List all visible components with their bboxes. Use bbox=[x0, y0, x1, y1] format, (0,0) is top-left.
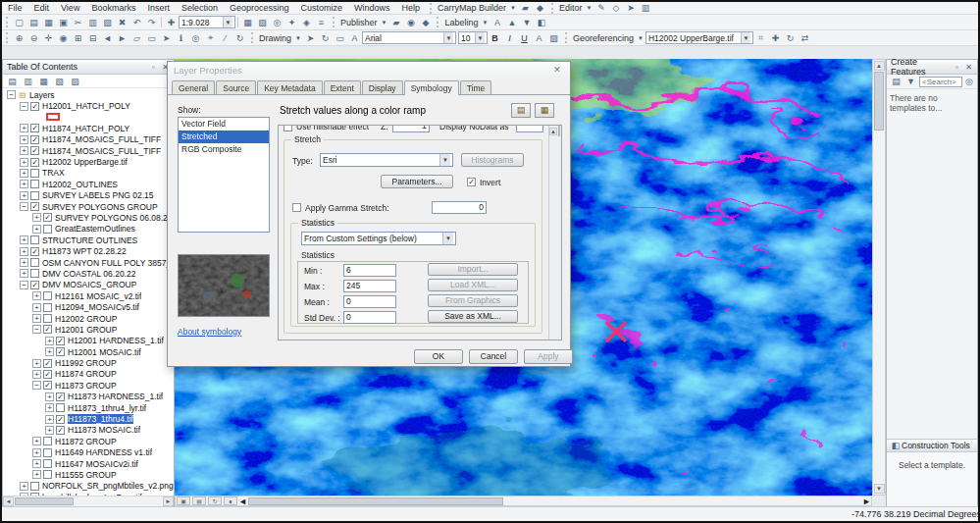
layer-visibility-checkbox[interactable] bbox=[30, 191, 39, 200]
z-factor-field[interactable]: 1 bbox=[392, 125, 430, 132]
layer-visibility-checkbox[interactable]: ✓ bbox=[43, 213, 52, 222]
toc-layer-row[interactable]: +✓H11874 GROUP bbox=[3, 369, 174, 380]
data-view-button[interactable]: ▣ bbox=[177, 497, 190, 505]
toc-layer-row[interactable]: +H12002 GROUP bbox=[3, 313, 174, 324]
tab-symbology[interactable]: Symbology bbox=[404, 80, 459, 95]
select-features-icon[interactable]: ▱ bbox=[129, 31, 144, 44]
toc-layer-row[interactable]: +✓H11874_MOSAICS_FULL_TIFF bbox=[3, 134, 174, 145]
collapse-icon[interactable]: − bbox=[7, 90, 16, 99]
list-visibility-icon[interactable]: ▦ bbox=[36, 75, 51, 87]
bold-icon[interactable]: B bbox=[488, 31, 502, 44]
layer-visibility-checkbox[interactable] bbox=[43, 225, 52, 234]
fixed-zoom-in-icon[interactable]: ⊞ bbox=[71, 31, 85, 44]
menu-windows[interactable]: Windows bbox=[348, 3, 396, 13]
layer-label[interactable]: H11873 WPT 02.28.22 bbox=[42, 246, 127, 256]
layer-label[interactable]: H11992 GROUP bbox=[55, 358, 117, 368]
toc-layer-row[interactable]: +DMV COASTAL 06.20.22 bbox=[3, 268, 174, 279]
layer-label[interactable]: H12001_HATCH_POLY bbox=[42, 101, 130, 111]
layer-visibility-checkbox[interactable] bbox=[30, 482, 39, 491]
refresh-icon[interactable]: ↻ bbox=[232, 31, 247, 44]
folder-icon[interactable]: ▤ bbox=[511, 103, 531, 118]
layer-visibility-checkbox[interactable]: ✓ bbox=[43, 381, 52, 390]
layer-visibility-checkbox[interactable]: ✓ bbox=[56, 392, 65, 401]
toolbar-grip[interactable] bbox=[6, 32, 9, 43]
expand-icon[interactable]: + bbox=[45, 347, 54, 356]
layer-label[interactable]: H11555 GROUP bbox=[55, 470, 117, 480]
expand-icon[interactable]: + bbox=[45, 337, 54, 345]
toc-horizontal-scrollbar[interactable]: ◄ ► bbox=[3, 496, 174, 506]
zoom-out-icon[interactable]: ⊖ bbox=[26, 31, 41, 44]
label-priority-icon[interactable]: ▲ bbox=[504, 16, 519, 28]
apply-button[interactable]: Apply bbox=[524, 349, 573, 364]
toc-layer-row[interactable]: +✓H11874_MOSAICS_FULL_TIFF bbox=[3, 145, 174, 156]
expand-icon[interactable]: + bbox=[20, 247, 28, 256]
table-icon[interactable]: ▦ bbox=[240, 16, 255, 28]
load-xml-button[interactable]: Load XML... bbox=[428, 279, 518, 291]
layer-label[interactable]: SURVEY POLYGONS GROUP bbox=[42, 202, 158, 212]
toc-layer-row[interactable]: −✓DMV MOSAICS_GROUP bbox=[3, 280, 174, 290]
tab-extent[interactable]: Extent bbox=[324, 80, 361, 94]
list-source-icon[interactable]: ▥ bbox=[21, 75, 35, 87]
expand-icon[interactable]: + bbox=[32, 359, 41, 368]
layer-label[interactable]: OSM CANYON FULL POLY 3857_05... bbox=[42, 258, 174, 268]
fixed-zoom-out-icon[interactable]: ⊟ bbox=[85, 31, 100, 44]
toc-layer-row[interactable]: +H12002_OUTLINES bbox=[3, 179, 174, 189]
renderer-list[interactable]: Vector FieldStretchedRGB Composite bbox=[178, 117, 270, 233]
pin-icon[interactable]: ▫ bbox=[149, 63, 158, 72]
toc-layer-row[interactable]: +OSM CANYON FULL POLY 3857_05... bbox=[3, 257, 174, 268]
shape-tool-icon[interactable]: ▭ bbox=[333, 31, 347, 44]
save-icon[interactable]: ▦ bbox=[535, 103, 554, 118]
pin-icon[interactable]: ▫ bbox=[953, 63, 961, 72]
expand-icon[interactable]: + bbox=[20, 169, 28, 178]
toc-layer-row[interactable]: +✓H12002 UpperBarge.tif bbox=[3, 156, 174, 167]
layer-visibility-checkbox[interactable] bbox=[43, 459, 52, 468]
publish-map-icon[interactable]: ▰ bbox=[388, 16, 403, 28]
scrollbar-thumb[interactable] bbox=[874, 72, 884, 131]
fill-color-icon[interactable]: ▨ bbox=[546, 31, 561, 44]
undo-icon[interactable]: ↶ bbox=[129, 16, 144, 28]
layer-label[interactable]: DMV COASTAL 06.20.22 bbox=[42, 269, 135, 279]
gamma-checkbox[interactable] bbox=[292, 203, 301, 212]
statistics-source-combo[interactable]: From Custom Settings (below)▼ bbox=[301, 232, 456, 245]
cut-icon[interactable]: ✂ bbox=[71, 16, 85, 28]
expand-icon[interactable]: + bbox=[32, 303, 41, 312]
import-button[interactable]: Import... bbox=[428, 263, 518, 276]
layer-visibility-checkbox[interactable] bbox=[43, 470, 52, 479]
layer-label[interactable]: H12001 HARDNESS_1.tif bbox=[68, 336, 164, 345]
layer-label[interactable]: GreatEasternOutlines bbox=[55, 224, 135, 234]
layer-label[interactable]: H12002 GROUP bbox=[55, 314, 117, 324]
layer-visibility-checkbox[interactable] bbox=[30, 180, 39, 188]
toolbar-grip[interactable] bbox=[333, 17, 335, 27]
scroll-left-icon[interactable]: ◄ bbox=[238, 497, 247, 506]
clear-selection-icon[interactable]: ▭ bbox=[144, 31, 159, 44]
toc-layer-row[interactable]: +✓H11873 WPT 02.28.22 bbox=[3, 245, 174, 256]
toc-layer-row[interactable]: −✓H11873 GROUP bbox=[3, 380, 174, 391]
tab-key-metadata[interactable]: Key Metadata bbox=[257, 80, 322, 94]
label-weight-icon[interactable]: ▼ bbox=[519, 16, 534, 28]
ok-button[interactable]: OK bbox=[414, 349, 463, 364]
toolbar-grip[interactable] bbox=[6, 17, 9, 27]
layer-label[interactable]: H12001 MOSAIC.tif bbox=[68, 347, 141, 357]
collapse-icon[interactable]: − bbox=[32, 381, 41, 390]
dialog-titlebar[interactable]: Layer Properties ✕ bbox=[168, 62, 570, 78]
about-symbology-link[interactable]: About symbology bbox=[178, 327, 241, 337]
georeferencing-layer-combo[interactable]: H12002 UpperBarge.tif▼ bbox=[645, 31, 753, 44]
toc-layer-row[interactable]: +✓H12001 MOSAIC.tif bbox=[3, 346, 174, 357]
toc-layer-row[interactable]: +✓H11873 HARDNESS_1.tif bbox=[3, 392, 174, 402]
layer-visibility-checkbox[interactable]: ✓ bbox=[56, 415, 65, 424]
carrymap-settings-icon[interactable]: ◆ bbox=[533, 2, 547, 15]
expand-icon[interactable]: + bbox=[32, 470, 41, 479]
expand-icon[interactable]: + bbox=[32, 448, 41, 457]
layer-label[interactable]: H12001 GROUP bbox=[55, 325, 117, 335]
georef-rotate-icon[interactable]: ↻ bbox=[783, 31, 798, 44]
pause-drawing-button[interactable]: ∎ bbox=[224, 497, 237, 505]
python-icon[interactable]: ≡ bbox=[314, 16, 329, 28]
layer-visibility-checkbox[interactable]: ✓ bbox=[43, 370, 52, 379]
zoom-in-icon[interactable]: ⊕ bbox=[12, 31, 26, 44]
copy-icon[interactable]: ▥ bbox=[85, 16, 100, 28]
layer-label[interactable]: Layers bbox=[29, 90, 55, 100]
identify-icon[interactable]: ℹ bbox=[174, 31, 188, 44]
scroll-down-icon[interactable]: ▼ bbox=[874, 484, 885, 494]
stretch-type-combo[interactable]: Esri▼ bbox=[320, 153, 453, 167]
layer-visibility-checkbox[interactable] bbox=[43, 291, 52, 300]
